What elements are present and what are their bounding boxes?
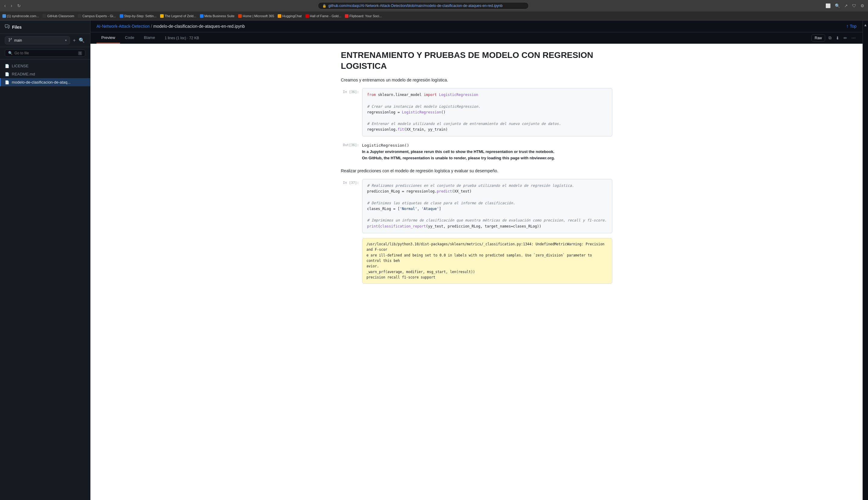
code-cell-row-36: In [36]: from sklearn.linear_model impor… — [341, 88, 612, 136]
bookmark-github-classroom[interactable]: GitHub Classroom — [43, 14, 74, 18]
search-files-button[interactable]: 🔍 — [78, 37, 85, 44]
file-item-license[interactable]: 📄 LICENSE — [0, 62, 90, 70]
address-bar[interactable]: 🔒 github.com/mcdaqc/AI-Network-Attack-De… — [318, 2, 529, 9]
bookmark-huggingchat[interactable]: HuggingChat — [278, 14, 302, 18]
breadcrumb-separator: / — [151, 24, 152, 29]
scroll-top-button[interactable]: ▲ — [863, 22, 868, 29]
bookmark-label: Step-by-Step: Settin... — [124, 14, 157, 18]
code-cell-37: In [37]: # Realizamos predicciones en el… — [341, 179, 612, 233]
shield-button[interactable]: 🛡 — [851, 3, 857, 9]
bookmark-label: (1) syndrocode.com... — [7, 14, 39, 18]
url-text: github.com/mcdaqc/AI-Network-Attack-Dete… — [328, 4, 503, 8]
right-sidebar: ▲ — [863, 21, 868, 500]
bookmark-step-by-step[interactable]: Step-by-Step: Settin... — [120, 14, 157, 18]
breadcrumb-file: modelo-de-clasificacion-de-ataques-en-re… — [153, 24, 245, 29]
bookmark-label: Meta Business Suite — [204, 14, 235, 18]
extensions-button[interactable]: ⚙ — [859, 3, 866, 9]
bookmark-favicon — [120, 14, 123, 18]
bookmark-favicon — [160, 14, 164, 18]
sidebar-header: Files — [0, 21, 90, 34]
code-line: regressionlog = LogisticRegression() — [367, 110, 607, 115]
cell-label-37: In [37]: — [341, 179, 362, 185]
code-line-blank — [367, 212, 607, 218]
sidebar: Files main ▾ + 🔍 🔍 t � — [0, 21, 91, 500]
bookmark-microsoft[interactable]: Home | Microsoft 365 — [238, 14, 274, 18]
code-line-blank — [367, 195, 607, 200]
browser-actions: ⬜ 🔍 ↗ 🛡 ⚙ — [824, 3, 866, 9]
output-bold-2: On GitHub, the HTML representation is un… — [362, 155, 612, 161]
bookmark-favicon — [238, 14, 242, 18]
bookmark-label: The Legend of Zeld... — [165, 14, 196, 18]
file-icon: 📄 — [5, 64, 9, 68]
add-file-button[interactable]: + — [72, 37, 76, 44]
notebook-heading: ENTRENAMIENTO Y PRUEBAS DE MODELO CON RE… — [341, 50, 612, 72]
browser-nav-buttons: ‹ › ↻ — [2, 2, 23, 9]
top-link[interactable]: ↑ Top — [846, 24, 857, 29]
bookmark-favicon — [2, 14, 6, 18]
file-header: AI-Network-Attack-Detection / modelo-de-… — [91, 21, 863, 32]
download-button[interactable]: ⬇ — [835, 35, 840, 41]
code-block-36: from sklearn.linear_model import Logisti… — [362, 88, 612, 136]
breadcrumb: AI-Network-Attack-Detection / modelo-de-… — [96, 24, 245, 29]
warning-block: /usr/local/lib/python3.10/dist-packages/… — [362, 238, 612, 284]
chevron-down-icon: ▾ — [65, 38, 67, 42]
zoom-button[interactable]: 🔍 — [834, 3, 841, 9]
raw-button[interactable]: Raw — [811, 34, 825, 42]
forward-button[interactable]: › — [9, 2, 14, 9]
search-wrapper: 🔍 t — [5, 49, 85, 57]
file-info: 1 lines (1 loc) · 72 KB — [165, 36, 199, 40]
file-icon: 📄 — [5, 72, 9, 76]
tab-code[interactable]: Code — [120, 32, 139, 44]
tab-blame[interactable]: Blame — [139, 32, 160, 44]
warning-line-3: avior. — [367, 263, 608, 269]
bookmark-campus-experts[interactable]: Campus Experts - Gi... — [78, 14, 116, 18]
code-line-comment: # Imprimimos un informe de clasificación… — [367, 218, 607, 223]
code-line-comment: # Realizamos predicciones en el conjunto… — [367, 183, 607, 189]
code-line-comment2: # Entrenar el modelo utilizando el conju… — [367, 121, 607, 127]
bookmark-favicon — [43, 14, 46, 18]
refresh-button[interactable]: ↻ — [15, 2, 23, 9]
file-item-readme[interactable]: 📄 README.md — [0, 70, 90, 78]
code-block-37: # Realizamos predicciones en el conjunto… — [362, 179, 612, 233]
output-class-name: LogisticRegression() — [362, 143, 612, 149]
bookmark-zelda[interactable]: The Legend of Zeld... — [160, 14, 196, 18]
bookmark-meta[interactable]: Meta Business Suite — [200, 14, 235, 18]
output-block-36: LogisticRegression() In a Jupyter enviro… — [362, 141, 612, 162]
bookmark-label: Flipboard: Your Soci... — [350, 14, 382, 18]
breadcrumb-repo-link[interactable]: AI-Network-Attack-Detection — [96, 24, 150, 29]
search-input[interactable] — [14, 51, 76, 55]
branch-selector[interactable]: main ▾ — [5, 36, 70, 44]
more-button[interactable]: ⋯ — [851, 35, 857, 41]
copy-button[interactable]: ⧉ — [828, 34, 832, 41]
code-cell-row-37: In [37]: # Realizamos predicciones en el… — [341, 179, 612, 233]
main-layout: Files main ▾ + 🔍 🔍 t � — [0, 21, 868, 500]
branch-icon — [8, 38, 12, 43]
browser-toolbar: ‹ › ↻ 🔒 github.com/mcdaqc/AI-Network-Att… — [0, 0, 868, 11]
bookmark-hall-of-fame[interactable]: Hall of Fame - Gold... — [305, 14, 342, 18]
bookmark-label: GitHub Classroom — [47, 14, 74, 18]
share-button[interactable]: ↗ — [843, 3, 849, 9]
content-area: AI-Network-Attack-Detection / modelo-de-… — [91, 21, 863, 500]
file-item-notebook[interactable]: 📄 modelo-de-clasificacion-de-ataq... — [0, 78, 90, 86]
bookmark-syndrocode[interactable]: (1) syndrocode.com... — [2, 14, 39, 18]
output-cell-warning: /usr/local/lib/python3.10/dist-packages/… — [341, 238, 612, 284]
file-name: LICENSE — [12, 64, 28, 68]
bookmark-favicon — [78, 14, 81, 18]
code-line: regressionlog.fit(XX_train, yy_train) — [367, 127, 607, 133]
code-line-blank — [367, 98, 607, 103]
bookmark-label: Hall of Fame - Gold... — [310, 14, 342, 18]
screenshot-button[interactable]: ⬜ — [824, 3, 832, 9]
edit-button[interactable]: ✏ — [843, 35, 848, 41]
code-line-blank — [367, 115, 607, 121]
code-line: from sklearn.linear_model import Logisti… — [367, 92, 607, 98]
lock-icon: 🔒 — [322, 4, 327, 8]
bookmark-favicon — [345, 14, 349, 18]
tab-preview[interactable]: Preview — [96, 32, 120, 44]
bookmark-flipboard[interactable]: Flipboard: Your Soci... — [345, 14, 382, 18]
sidebar-branch-row: main ▾ + 🔍 — [0, 34, 90, 47]
output-cell-36: Out[36]: LogisticRegression() In a Jupyt… — [341, 141, 612, 162]
back-button[interactable]: ‹ — [2, 2, 8, 9]
bookmarks-bar: (1) syndrocode.com... GitHub Classroom C… — [0, 11, 868, 21]
tabs: Preview Code Blame — [96, 32, 160, 44]
output-label-36: Out[36]: — [341, 141, 362, 147]
